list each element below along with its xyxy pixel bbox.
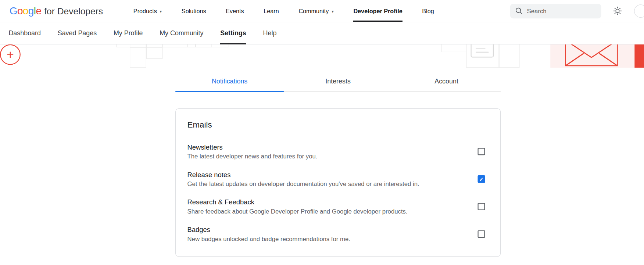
chevron-down-icon: ▾ <box>160 9 162 14</box>
setting-title: Newsletters <box>187 143 318 151</box>
search-icon <box>515 7 523 15</box>
tab-interests[interactable]: Interests <box>284 73 392 91</box>
page: Google for Developers Products▾Solutions… <box>0 0 644 265</box>
nav-item-label: Products <box>133 8 157 14</box>
search-box[interactable] <box>510 3 601 18</box>
setting-text: BadgesNew badges unlocked and badge reco… <box>187 226 351 243</box>
nav-item-community[interactable]: Community▾ <box>298 0 333 22</box>
setting-row-release-notes: Release notesGet the latest updates on d… <box>187 169 489 188</box>
checkbox-release-notes[interactable]: ✓ <box>477 175 485 183</box>
setting-row-badges: BadgesNew badges unlocked and badge reco… <box>187 225 489 243</box>
chevron-down-icon: ▾ <box>332 9 334 14</box>
checkbox-research-feedback[interactable] <box>477 203 485 210</box>
setting-title: Badges <box>187 226 351 234</box>
nav-item-learn[interactable]: Learn <box>264 0 279 22</box>
settings-tabs: NotificationsInterestsAccount <box>175 73 501 92</box>
setting-row-research-feedback: Research & FeedbackShare feedback about … <box>187 197 489 216</box>
subnav-item-help[interactable]: Help <box>263 22 277 44</box>
nav-item-developer-profile[interactable]: Developer Profile <box>353 0 402 22</box>
nav-item-label: Events <box>226 8 244 14</box>
profile-subnav: DashboardSaved PagesMy ProfileMy Communi… <box>0 22 644 44</box>
add-circle-icon: + <box>0 44 21 65</box>
document-icon <box>471 44 494 58</box>
theme-toggle-sun-icon[interactable] <box>613 7 622 15</box>
red-accent-bar <box>634 44 644 68</box>
subnav-item-my-profile[interactable]: My Profile <box>114 22 143 44</box>
nav-item-label: Community <box>298 8 329 14</box>
nav-item-label: Blog <box>422 8 434 14</box>
nav-item-solutions[interactable]: Solutions <box>182 0 206 22</box>
emails-card: Emails NewslettersThe latest developer n… <box>175 108 501 257</box>
user-avatar[interactable] <box>634 4 644 18</box>
setting-title: Research & Feedback <box>187 198 408 206</box>
header-right <box>510 0 644 22</box>
nav-item-label: Learn <box>264 8 279 14</box>
setting-description: New badges unlocked and badge recommenda… <box>187 235 351 242</box>
logo-letter: o <box>23 5 28 17</box>
setting-description: Share feedback about Google Developer Pr… <box>187 208 408 215</box>
subnav-item-settings[interactable]: Settings <box>220 22 246 44</box>
envelope-icon <box>565 44 618 68</box>
setting-text: Release notesGet the latest updates on d… <box>187 171 419 187</box>
nav-item-products[interactable]: Products▾ <box>133 0 162 22</box>
card-title: Emails <box>187 120 489 130</box>
subnav-item-dashboard[interactable]: Dashboard <box>8 22 40 44</box>
google-logo-wordmark: Google <box>10 5 42 17</box>
logo-letter: e <box>36 5 41 17</box>
tab-notifications[interactable]: Notifications <box>175 73 284 91</box>
checkbox-badges[interactable] <box>477 230 485 238</box>
tab-account[interactable]: Account <box>392 73 501 91</box>
email-settings-list: NewslettersThe latest developer news and… <box>187 142 489 244</box>
primary-nav: Products▾SolutionsEventsLearnCommunity▾D… <box>133 0 434 22</box>
logo-suffix: for Developers <box>44 6 103 17</box>
subnav-item-saved-pages[interactable]: Saved Pages <box>58 22 97 44</box>
setting-title: Release notes <box>187 171 419 179</box>
setting-description: The latest developer news and features f… <box>187 153 318 160</box>
nav-item-blog[interactable]: Blog <box>422 0 434 22</box>
banner-illustration: + <box>0 44 644 68</box>
subnav-item-my-community[interactable]: My Community <box>160 22 203 44</box>
logo-letter: G <box>10 5 17 17</box>
search-input[interactable] <box>527 7 597 14</box>
checkbox-newsletters[interactable] <box>477 148 485 155</box>
logo-letter: o <box>17 5 23 17</box>
setting-text: Research & FeedbackShare feedback about … <box>187 198 408 215</box>
nav-item-events[interactable]: Events <box>226 0 244 22</box>
google-for-developers-logo[interactable]: Google for Developers <box>10 5 103 17</box>
setting-row-newsletters: NewslettersThe latest developer news and… <box>187 142 489 161</box>
top-header: Google for Developers Products▾Solutions… <box>0 0 644 22</box>
setting-text: NewslettersThe latest developer news and… <box>187 143 318 160</box>
nav-item-label: Developer Profile <box>353 8 402 14</box>
setting-description: Get the latest updates on developer docu… <box>187 180 419 187</box>
logo-letter: g <box>28 5 34 17</box>
nav-item-label: Solutions <box>182 8 206 14</box>
